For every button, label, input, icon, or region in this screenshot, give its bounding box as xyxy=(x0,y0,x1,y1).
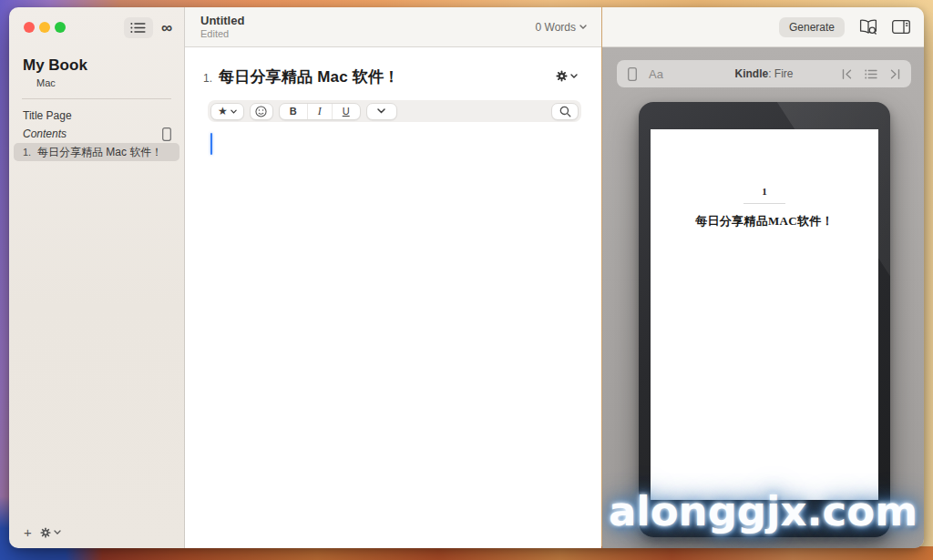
sidebar-settings-button[interactable] xyxy=(40,527,61,538)
sidebar-item-label: Title Page xyxy=(23,109,72,122)
document-title-block: Untitled Edited xyxy=(200,14,244,40)
word-count-menu[interactable]: 0 Words xyxy=(536,21,587,34)
editor-area[interactable]: 1. 每日分享精品 Mac 软件！ xyxy=(185,47,601,548)
sidebar-footer: + xyxy=(9,525,184,548)
sidebar-item-chapter-1[interactable]: 1. 每日分享精品 Mac 软件！ xyxy=(14,143,179,161)
text-cursor xyxy=(210,133,212,155)
chapter-number: 1. xyxy=(23,147,37,158)
preview-column: Generate xyxy=(601,7,924,548)
chapter-title: 每日分享精品 Mac 软件！ xyxy=(219,66,399,87)
font-size-button[interactable]: Aa xyxy=(649,67,663,81)
page-divider xyxy=(743,203,785,204)
watermark-text: alonggjx.com xyxy=(602,487,924,535)
page-chapter-number: 1 xyxy=(651,129,878,197)
chevron-down-icon xyxy=(570,74,578,78)
skip-to-start-icon[interactable] xyxy=(842,69,853,79)
preview-device-bar: Kindle: Fire Aa xyxy=(617,60,911,87)
navigator-toggle-button[interactable] xyxy=(124,17,153,38)
preview-panel: Kindle: Fire Aa xyxy=(602,47,924,548)
formatting-toolbar: ★ B xyxy=(208,100,581,122)
document-status: Edited xyxy=(200,28,244,40)
chapter-options-button[interactable] xyxy=(556,70,578,82)
emoji-icon xyxy=(255,106,267,117)
word-count-label: 0 Words xyxy=(536,21,576,34)
list-icon xyxy=(130,22,146,34)
minimize-window-button[interactable] xyxy=(39,22,50,33)
close-window-button[interactable] xyxy=(24,22,35,33)
sidebar-divider xyxy=(22,98,171,99)
emoji-button[interactable] xyxy=(250,103,273,120)
search-button[interactable] xyxy=(551,103,579,120)
traffic-lights xyxy=(24,22,66,33)
book-subtitle: Mac xyxy=(9,77,184,88)
zoom-window-button[interactable] xyxy=(55,22,66,33)
sidebar: ∞ My Book Mac Title Page Contents 1. 每日分… xyxy=(9,7,185,548)
infinity-icon[interactable]: ∞ xyxy=(161,20,172,36)
italic-button[interactable]: I xyxy=(307,104,332,119)
app-window: ∞ My Book Mac Title Page Contents 1. 每日分… xyxy=(9,7,924,548)
underline-button[interactable]: U xyxy=(332,104,360,119)
bold-button[interactable]: B xyxy=(280,104,307,119)
text-style-button[interactable]: ★ xyxy=(210,103,244,120)
book-navigator: My Book Mac Title Page Contents 1. 每日分享精… xyxy=(9,47,184,161)
gear-icon xyxy=(556,70,568,82)
book-title: My Book xyxy=(9,56,184,75)
page-chapter-title: 每日分享精品MAC软件！ xyxy=(651,213,878,229)
sidebar-panel-icon xyxy=(892,20,910,34)
chevron-down-icon xyxy=(231,109,237,114)
sidebar-item-label: Contents xyxy=(23,127,67,140)
device-icon xyxy=(162,127,171,141)
biu-button-group: B I U xyxy=(279,103,361,120)
book-search-icon xyxy=(858,19,878,36)
device-variant: : Fire xyxy=(768,67,793,80)
sidebar-item-title-page[interactable]: Title Page xyxy=(14,107,179,125)
kindle-device-frame: 1 每日分享精品MAC软件！ xyxy=(639,102,890,537)
panel-toggle-button[interactable] xyxy=(892,20,910,34)
preview-titlebar: Generate xyxy=(602,7,924,47)
more-formatting-button[interactable] xyxy=(366,103,397,120)
chapter-heading: 1. 每日分享精品 Mac 软件！ xyxy=(185,47,601,87)
kindle-screen: 1 每日分享精品MAC软件！ xyxy=(651,129,878,500)
editor-column: Untitled Edited 0 Words 1. 每日分享精品 Mac 软件… xyxy=(185,7,601,548)
chapter-number: 1. xyxy=(203,72,212,85)
chevron-down-icon xyxy=(377,108,385,114)
device-label: Kindle xyxy=(734,67,768,80)
sidebar-item-label: 每日分享精品 Mac 软件！ xyxy=(37,145,162,160)
preview-book-button[interactable] xyxy=(858,19,878,36)
skip-to-end-icon[interactable] xyxy=(889,69,900,79)
add-chapter-button[interactable]: + xyxy=(24,525,32,539)
device-icon[interactable] xyxy=(628,67,637,81)
search-icon xyxy=(559,106,571,117)
sidebar-item-contents[interactable]: Contents xyxy=(14,125,179,143)
gear-icon xyxy=(40,527,51,538)
document-title: Untitled xyxy=(200,14,244,28)
chevron-down-icon xyxy=(579,25,587,29)
star-icon: ★ xyxy=(218,106,228,117)
chevron-down-icon xyxy=(54,530,61,535)
document-titlebar: Untitled Edited 0 Words xyxy=(185,7,601,47)
generate-button[interactable]: Generate xyxy=(779,17,845,37)
preview-contents-icon[interactable] xyxy=(865,69,877,79)
sidebar-titlebar: ∞ xyxy=(9,7,184,47)
